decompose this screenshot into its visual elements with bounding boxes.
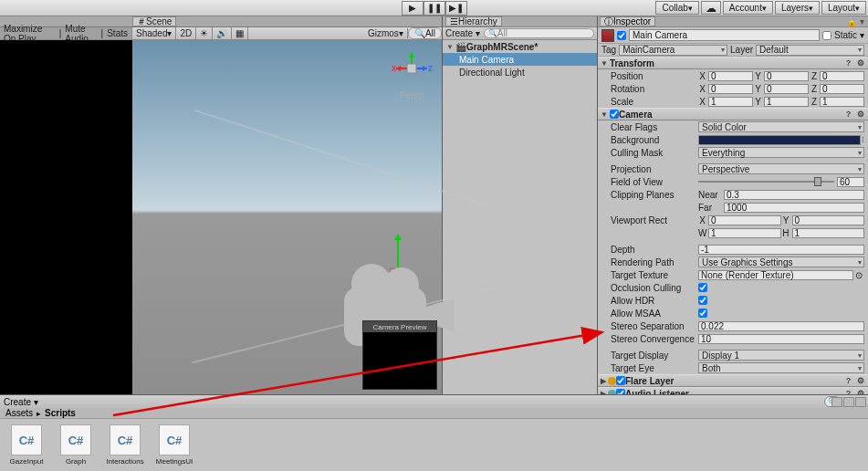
hierarchy-item-light[interactable]: Directional Light [443, 66, 597, 78]
msaa-checkbox[interactable] [698, 309, 707, 318]
depth-field[interactable]: -1 [698, 245, 864, 255]
hierarchy-item-camera[interactable]: Main Camera [443, 53, 597, 66]
clearflags-dropdown[interactable]: Solid Color [698, 121, 864, 132]
occlusion-checkbox[interactable] [698, 283, 707, 292]
rendpath-dropdown[interactable]: Use Graphics Settings [698, 256, 864, 267]
scene-row[interactable]: ▼🎬 GraphMRScene* [443, 40, 597, 53]
layers-button[interactable]: Layers ▾ [775, 1, 820, 15]
eyedropper-icon[interactable]: ⁞ [862, 135, 864, 144]
orientation-gizmo[interactable]: x z Persp [389, 46, 434, 100]
background-color[interactable] [698, 135, 861, 145]
flare-header[interactable]: ▶ Flare Layer?⚙ [598, 374, 868, 387]
2d-toggle[interactable]: 2D [176, 27, 196, 39]
audio-toggle[interactable]: 🔊 [213, 27, 232, 39]
scl-y[interactable]: 1 [764, 97, 809, 107]
scene-view[interactable]: x z Persp [132, 40, 442, 394]
fx-toggle[interactable]: ▦ [232, 27, 248, 39]
scene-search[interactable]: 🔍 All [408, 27, 442, 39]
gameobject-icon[interactable] [601, 29, 614, 42]
step-button[interactable]: ▶❚ [445, 1, 467, 16]
help-icon[interactable]: ? [843, 58, 853, 68]
inspector-panel: ⓘ Inspector🔒 ▾ Main Camera Static ▾ Tag … [598, 16, 868, 394]
shading-dropdown[interactable]: Shaded ▾ [132, 27, 176, 39]
asset-meetingsui[interactable]: C#MeetingsUI [155, 424, 193, 466]
far-field[interactable]: 1000 [724, 203, 864, 213]
targettex-field[interactable]: None (Render Texture) [698, 270, 853, 280]
tag-dropdown[interactable]: MainCamera [619, 45, 727, 56]
svg-marker-1 [396, 66, 401, 71]
camera-header[interactable]: ▼ Camera?⚙ [598, 108, 868, 120]
object-picker-icon[interactable]: ⊙ [853, 270, 864, 280]
svg-rect-8 [407, 64, 416, 73]
hierarchy-tab[interactable]: ☰ Hierarchy [445, 16, 502, 26]
flare-icon [608, 377, 616, 385]
menu-icon[interactable] [855, 397, 866, 407]
asset-graph[interactable]: C#Graph [57, 424, 95, 466]
pos-z[interactable]: 0 [820, 71, 864, 81]
svg-marker-6 [423, 66, 427, 71]
audio-header[interactable]: ▶ Audio Listener?⚙ [598, 387, 868, 394]
static-checkbox[interactable] [822, 31, 831, 40]
stats-toggle[interactable]: Stats [107, 28, 128, 38]
stereoconv-field[interactable]: 10 [698, 334, 864, 344]
filter-icon[interactable] [831, 397, 842, 407]
main-toolbar: ▶ ❚❚ ▶❚ Collab ▾ ☁ Account ▾ Layers ▾ La… [0, 0, 868, 16]
near-field[interactable]: 0.3 [724, 190, 864, 200]
stereosep-field[interactable]: 0.022 [698, 321, 864, 331]
play-controls: ▶ ❚❚ ▶❚ [402, 1, 467, 16]
breadcrumb-scripts[interactable]: Scripts [45, 408, 76, 418]
svg-marker-4 [409, 53, 414, 58]
camera-enabled[interactable] [610, 110, 619, 119]
name-field[interactable]: Main Camera [629, 29, 820, 41]
svg-text:x: x [392, 63, 396, 73]
scene-toolbar: Maximize On Play | Mute Audio | Stats Sh… [0, 27, 442, 40]
scl-z[interactable]: 1 [820, 97, 864, 107]
light-toggle[interactable]: ☀ [196, 27, 213, 39]
persp-label[interactable]: Persp [389, 90, 434, 100]
rot-x[interactable]: 0 [708, 84, 753, 94]
asset-interactions[interactable]: C#Interactions [106, 424, 144, 466]
hierarchy-search[interactable]: 🔍 All [484, 28, 594, 38]
breadcrumb-assets[interactable]: Assets [5, 408, 33, 418]
game-view[interactable] [0, 40, 132, 394]
asset-gazeinput[interactable]: C#GazeInput [7, 424, 46, 466]
projection-dropdown[interactable]: Perspective [698, 163, 864, 174]
audio-icon [608, 390, 616, 395]
gizmos-dropdown[interactable]: Gizmos ▾ [364, 28, 408, 38]
fov-value[interactable]: 60 [837, 177, 864, 187]
targeteye-dropdown[interactable]: Both [698, 362, 864, 373]
pause-button[interactable]: ❚❚ [424, 1, 445, 16]
hdr-checkbox[interactable] [698, 296, 707, 305]
breadcrumb[interactable]: Assets ▸ Scripts [0, 408, 868, 419]
gear-icon[interactable]: ⚙ [855, 58, 865, 68]
scl-x[interactable]: 1 [708, 97, 753, 107]
create-dropdown[interactable]: Create ▾ [445, 28, 480, 38]
camera-preview: Camera Preview [362, 320, 437, 390]
collab-button[interactable]: Collab ▾ [655, 1, 698, 15]
scene-tab[interactable]: ＃ Scene [132, 16, 176, 26]
star-icon[interactable] [843, 397, 854, 407]
lock-icon[interactable]: 🔒 ▾ [846, 16, 864, 26]
layer-dropdown[interactable]: Default [756, 45, 864, 56]
account-button[interactable]: Account ▾ [723, 1, 773, 15]
svg-text:z: z [428, 63, 433, 73]
pos-x[interactable]: 0 [708, 71, 753, 81]
fov-slider[interactable] [698, 177, 834, 187]
targetdisp-dropdown[interactable]: Display 1 [698, 350, 864, 361]
active-checkbox[interactable] [617, 31, 626, 40]
project-panel: Create ▾ 🔍 Assets ▸ Scripts C#GazeInput … [0, 394, 868, 471]
play-button[interactable]: ▶ [402, 1, 424, 16]
rot-z[interactable]: 0 [820, 84, 864, 94]
cloud-button[interactable]: ☁ [701, 1, 721, 15]
pos-y[interactable]: 0 [764, 71, 809, 81]
transform-header[interactable]: ▼Transform?⚙ [598, 57, 868, 69]
rot-y[interactable]: 0 [764, 84, 809, 94]
project-create[interactable]: Create ▾ [4, 397, 38, 407]
inspector-tab[interactable]: ⓘ Inspector [600, 16, 655, 26]
layout-button[interactable]: Layout ▾ [821, 1, 866, 15]
culling-dropdown[interactable]: Everything [698, 147, 864, 158]
